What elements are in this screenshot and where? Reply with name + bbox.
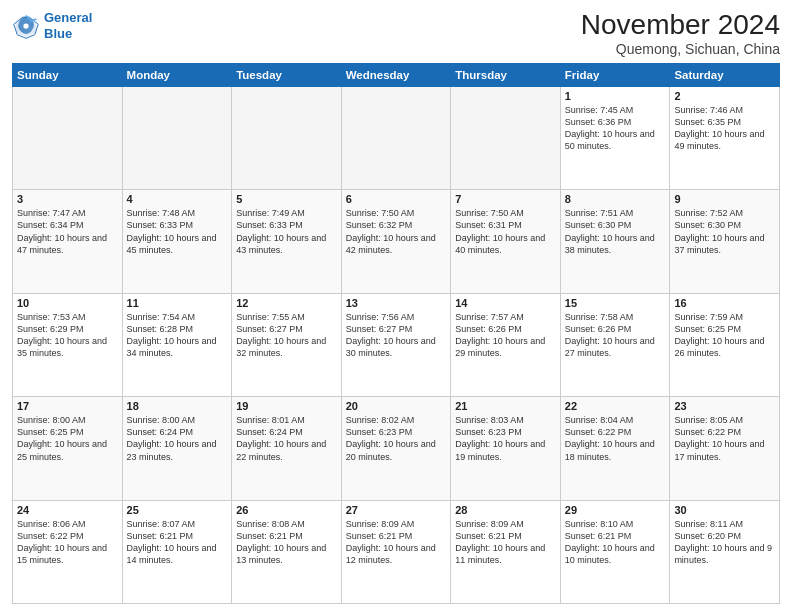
day-number: 20	[346, 400, 447, 412]
calendar-cell: 25Sunrise: 8:07 AM Sunset: 6:21 PM Dayli…	[122, 500, 232, 603]
day-number: 29	[565, 504, 666, 516]
day-number: 26	[236, 504, 337, 516]
day-info: Sunrise: 7:50 AM Sunset: 6:32 PM Dayligh…	[346, 207, 447, 256]
calendar-cell	[232, 86, 342, 189]
day-info: Sunrise: 7:51 AM Sunset: 6:30 PM Dayligh…	[565, 207, 666, 256]
calendar-cell: 13Sunrise: 7:56 AM Sunset: 6:27 PM Dayli…	[341, 293, 451, 396]
day-info: Sunrise: 8:00 AM Sunset: 6:25 PM Dayligh…	[17, 414, 118, 463]
day-number: 27	[346, 504, 447, 516]
calendar-cell	[451, 86, 561, 189]
calendar-cell: 19Sunrise: 8:01 AM Sunset: 6:24 PM Dayli…	[232, 397, 342, 500]
day-number: 1	[565, 90, 666, 102]
day-info: Sunrise: 7:53 AM Sunset: 6:29 PM Dayligh…	[17, 311, 118, 360]
day-info: Sunrise: 7:54 AM Sunset: 6:28 PM Dayligh…	[127, 311, 228, 360]
calendar-cell: 14Sunrise: 7:57 AM Sunset: 6:26 PM Dayli…	[451, 293, 561, 396]
day-info: Sunrise: 8:10 AM Sunset: 6:21 PM Dayligh…	[565, 518, 666, 567]
calendar-cell: 6Sunrise: 7:50 AM Sunset: 6:32 PM Daylig…	[341, 190, 451, 293]
calendar-cell: 24Sunrise: 8:06 AM Sunset: 6:22 PM Dayli…	[13, 500, 123, 603]
day-number: 15	[565, 297, 666, 309]
day-number: 24	[17, 504, 118, 516]
calendar-cell: 9Sunrise: 7:52 AM Sunset: 6:30 PM Daylig…	[670, 190, 780, 293]
day-info: Sunrise: 7:55 AM Sunset: 6:27 PM Dayligh…	[236, 311, 337, 360]
logo-text: General Blue	[44, 10, 92, 41]
day-info: Sunrise: 8:08 AM Sunset: 6:21 PM Dayligh…	[236, 518, 337, 567]
day-info: Sunrise: 7:52 AM Sunset: 6:30 PM Dayligh…	[674, 207, 775, 256]
day-number: 17	[17, 400, 118, 412]
calendar-cell: 11Sunrise: 7:54 AM Sunset: 6:28 PM Dayli…	[122, 293, 232, 396]
day-info: Sunrise: 7:48 AM Sunset: 6:33 PM Dayligh…	[127, 207, 228, 256]
weekday-header: Thursday	[451, 63, 561, 86]
day-info: Sunrise: 8:02 AM Sunset: 6:23 PM Dayligh…	[346, 414, 447, 463]
month-title: November 2024	[581, 10, 780, 41]
day-info: Sunrise: 7:46 AM Sunset: 6:35 PM Dayligh…	[674, 104, 775, 153]
title-area: November 2024 Quemong, Sichuan, China	[581, 10, 780, 57]
calendar-cell: 12Sunrise: 7:55 AM Sunset: 6:27 PM Dayli…	[232, 293, 342, 396]
calendar-cell: 18Sunrise: 8:00 AM Sunset: 6:24 PM Dayli…	[122, 397, 232, 500]
calendar-cell: 30Sunrise: 8:11 AM Sunset: 6:20 PM Dayli…	[670, 500, 780, 603]
day-info: Sunrise: 7:57 AM Sunset: 6:26 PM Dayligh…	[455, 311, 556, 360]
calendar-week-row: 24Sunrise: 8:06 AM Sunset: 6:22 PM Dayli…	[13, 500, 780, 603]
day-number: 5	[236, 193, 337, 205]
day-number: 11	[127, 297, 228, 309]
day-info: Sunrise: 8:05 AM Sunset: 6:22 PM Dayligh…	[674, 414, 775, 463]
calendar-header-row: SundayMondayTuesdayWednesdayThursdayFrid…	[13, 63, 780, 86]
calendar-cell: 15Sunrise: 7:58 AM Sunset: 6:26 PM Dayli…	[560, 293, 670, 396]
day-info: Sunrise: 7:56 AM Sunset: 6:27 PM Dayligh…	[346, 311, 447, 360]
calendar-cell: 5Sunrise: 7:49 AM Sunset: 6:33 PM Daylig…	[232, 190, 342, 293]
day-number: 18	[127, 400, 228, 412]
day-info: Sunrise: 8:04 AM Sunset: 6:22 PM Dayligh…	[565, 414, 666, 463]
day-info: Sunrise: 8:09 AM Sunset: 6:21 PM Dayligh…	[346, 518, 447, 567]
svg-point-2	[23, 23, 28, 28]
calendar-cell: 20Sunrise: 8:02 AM Sunset: 6:23 PM Dayli…	[341, 397, 451, 500]
day-info: Sunrise: 8:09 AM Sunset: 6:21 PM Dayligh…	[455, 518, 556, 567]
day-number: 30	[674, 504, 775, 516]
calendar-week-row: 10Sunrise: 7:53 AM Sunset: 6:29 PM Dayli…	[13, 293, 780, 396]
calendar-cell	[13, 86, 123, 189]
calendar-cell: 29Sunrise: 8:10 AM Sunset: 6:21 PM Dayli…	[560, 500, 670, 603]
weekday-header: Friday	[560, 63, 670, 86]
day-info: Sunrise: 8:00 AM Sunset: 6:24 PM Dayligh…	[127, 414, 228, 463]
day-number: 25	[127, 504, 228, 516]
day-number: 7	[455, 193, 556, 205]
day-number: 10	[17, 297, 118, 309]
calendar-cell: 21Sunrise: 8:03 AM Sunset: 6:23 PM Dayli…	[451, 397, 561, 500]
calendar-cell: 27Sunrise: 8:09 AM Sunset: 6:21 PM Dayli…	[341, 500, 451, 603]
calendar-body: 1Sunrise: 7:45 AM Sunset: 6:36 PM Daylig…	[13, 86, 780, 603]
calendar-cell: 8Sunrise: 7:51 AM Sunset: 6:30 PM Daylig…	[560, 190, 670, 293]
day-info: Sunrise: 8:06 AM Sunset: 6:22 PM Dayligh…	[17, 518, 118, 567]
calendar-cell: 2Sunrise: 7:46 AM Sunset: 6:35 PM Daylig…	[670, 86, 780, 189]
day-info: Sunrise: 8:03 AM Sunset: 6:23 PM Dayligh…	[455, 414, 556, 463]
weekday-header: Tuesday	[232, 63, 342, 86]
day-info: Sunrise: 7:49 AM Sunset: 6:33 PM Dayligh…	[236, 207, 337, 256]
calendar-cell: 1Sunrise: 7:45 AM Sunset: 6:36 PM Daylig…	[560, 86, 670, 189]
weekday-header: Wednesday	[341, 63, 451, 86]
day-number: 21	[455, 400, 556, 412]
day-number: 9	[674, 193, 775, 205]
calendar-cell	[122, 86, 232, 189]
day-info: Sunrise: 8:11 AM Sunset: 6:20 PM Dayligh…	[674, 518, 775, 567]
calendar-table: SundayMondayTuesdayWednesdayThursdayFrid…	[12, 63, 780, 604]
day-number: 12	[236, 297, 337, 309]
calendar-cell: 22Sunrise: 8:04 AM Sunset: 6:22 PM Dayli…	[560, 397, 670, 500]
calendar-cell: 17Sunrise: 8:00 AM Sunset: 6:25 PM Dayli…	[13, 397, 123, 500]
day-info: Sunrise: 7:47 AM Sunset: 6:34 PM Dayligh…	[17, 207, 118, 256]
day-info: Sunrise: 7:58 AM Sunset: 6:26 PM Dayligh…	[565, 311, 666, 360]
header: General Blue November 2024 Quemong, Sich…	[12, 10, 780, 57]
day-number: 13	[346, 297, 447, 309]
day-number: 16	[674, 297, 775, 309]
calendar-week-row: 3Sunrise: 7:47 AM Sunset: 6:34 PM Daylig…	[13, 190, 780, 293]
day-number: 14	[455, 297, 556, 309]
weekday-header: Sunday	[13, 63, 123, 86]
weekday-header: Saturday	[670, 63, 780, 86]
page: General Blue November 2024 Quemong, Sich…	[0, 0, 792, 612]
calendar-cell: 16Sunrise: 7:59 AM Sunset: 6:25 PM Dayli…	[670, 293, 780, 396]
calendar-cell: 4Sunrise: 7:48 AM Sunset: 6:33 PM Daylig…	[122, 190, 232, 293]
day-info: Sunrise: 7:50 AM Sunset: 6:31 PM Dayligh…	[455, 207, 556, 256]
logo-icon	[12, 12, 40, 40]
day-number: 28	[455, 504, 556, 516]
day-number: 8	[565, 193, 666, 205]
day-number: 6	[346, 193, 447, 205]
calendar-cell: 26Sunrise: 8:08 AM Sunset: 6:21 PM Dayli…	[232, 500, 342, 603]
logo: General Blue	[12, 10, 92, 41]
calendar-cell: 10Sunrise: 7:53 AM Sunset: 6:29 PM Dayli…	[13, 293, 123, 396]
